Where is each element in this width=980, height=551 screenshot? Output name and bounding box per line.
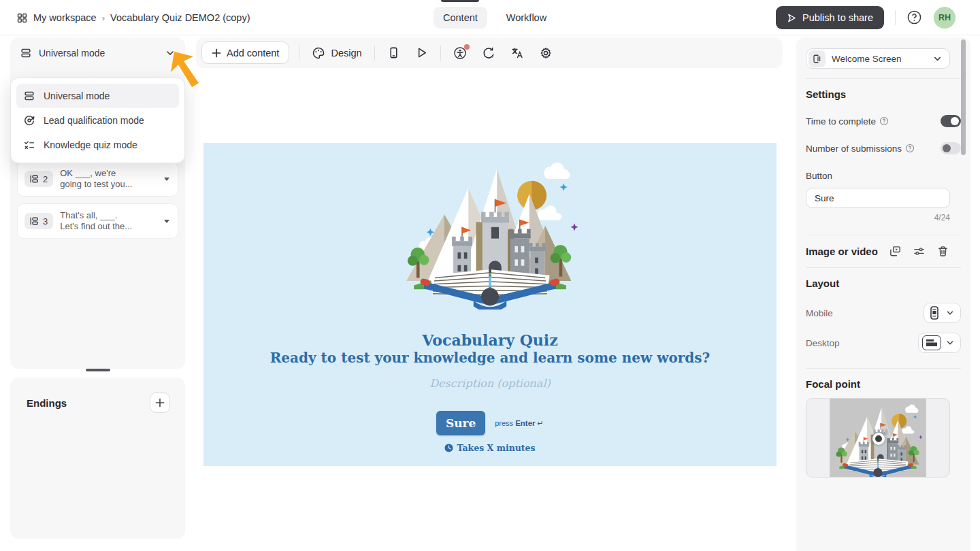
image-or-video-label: Image or video [806, 246, 878, 257]
tab-content[interactable]: Content [434, 7, 487, 29]
quiz-title[interactable]: Vocabulary Quiz [203, 331, 777, 349]
phone-icon [387, 46, 400, 59]
add-ending-button[interactable] [150, 393, 170, 413]
project-title: Vocabulary Quiz DEMO2 (copy) [110, 12, 250, 23]
page-card-2[interactable]: 2 OK ___, we'regoing to test you... [17, 161, 178, 197]
endings-panel: Endings [10, 378, 185, 539]
description-placeholder[interactable]: Description (optional) [203, 377, 777, 390]
inspector-panel: Welcome Screen Settings Time to complete… [796, 37, 970, 551]
sliders-icon [913, 245, 926, 258]
page-title-text: That's all, ___.Let's find out the... [60, 210, 163, 232]
translate-icon [510, 46, 524, 60]
time-to-complete-label: Time to complete [806, 116, 889, 127]
sure-button[interactable]: Sure [436, 411, 485, 435]
chevron-down-icon [945, 308, 955, 318]
mobile-preview-button[interactable] [385, 44, 403, 62]
caret-down-icon[interactable] [163, 217, 171, 225]
topbar-right: Publish to share RH [776, 0, 956, 35]
mode-dropdown-menu: Universal mode Lead qualification mode K… [10, 78, 185, 163]
desktop-layout-icon [922, 335, 941, 350]
workspace-label: My workspace [33, 12, 97, 23]
layout-row-mobile: Mobile [806, 303, 961, 323]
history-icon [482, 46, 495, 60]
castle-book-illustration[interactable] [395, 151, 585, 310]
checklist-icon [23, 139, 35, 151]
page-number: 3 [43, 216, 48, 227]
translate-button[interactable] [508, 44, 527, 63]
help-button[interactable] [906, 10, 923, 26]
chevron-down-icon [945, 338, 955, 348]
chevron-down-icon [165, 48, 176, 59]
inspector-scrollbar[interactable] [961, 39, 966, 155]
number-of-submissions-toggle[interactable] [941, 142, 961, 154]
history-button[interactable] [479, 44, 498, 63]
breadcrumb: My workspace › Vocabulary Quiz DEMO2 (co… [16, 0, 250, 35]
play-icon [415, 46, 428, 59]
welcome-screen-icon [808, 50, 826, 67]
plus-icon [212, 48, 221, 58]
desktop-label: Desktop [806, 338, 840, 348]
menu-item-lead-qualification-mode[interactable]: Lead qualification mode [16, 108, 179, 133]
time-estimate: Takes X minutes [203, 443, 777, 453]
screen-select[interactable]: Welcome Screen [806, 48, 950, 69]
main-tabs: Content Workflow [434, 7, 556, 29]
gauge-icon [23, 114, 35, 127]
quiz-subtitle[interactable]: Ready to test your knowledge and learn s… [203, 350, 777, 366]
toolbar-divider [440, 46, 441, 61]
menu-item-universal-mode[interactable]: Universal mode [16, 84, 179, 108]
divider [806, 267, 961, 268]
page-number: 2 [43, 174, 48, 184]
breadcrumb-chevron-icon: › [102, 13, 105, 23]
mode-select[interactable]: Universal mode [10, 37, 185, 69]
divider [806, 235, 961, 235]
page-chip: 3 [24, 213, 53, 229]
setting-row-time-to-complete: Time to complete [806, 115, 961, 127]
publish-icon [787, 13, 797, 23]
divider [806, 78, 961, 79]
settings-title: Settings [806, 88, 961, 100]
media-icon [889, 245, 902, 258]
editor-toolbar: Add content Design [196, 37, 783, 68]
rows-icon [20, 47, 32, 59]
page-title-text: OK ___, we'regoing to test you... [60, 168, 163, 190]
layout-title: Layout [806, 278, 961, 289]
page-type-icon [29, 216, 39, 227]
info-circle-icon [905, 144, 915, 153]
caret-down-icon[interactable] [163, 175, 171, 183]
page-chip: 2 [24, 171, 53, 187]
mode-select-value: Universal mode [39, 48, 158, 59]
notification-dot [464, 44, 470, 50]
delete-media-button[interactable] [936, 245, 949, 258]
focal-point-handle[interactable] [872, 433, 885, 445]
tab-workflow[interactable]: Workflow [497, 7, 556, 29]
menu-item-knowledge-quiz-mode[interactable]: Knowledge quiz mode [16, 133, 179, 157]
accessibility-button[interactable] [451, 44, 470, 63]
adjust-media-button[interactable] [913, 245, 926, 258]
panel-drag-handle[interactable] [86, 369, 110, 371]
toolbar-divider [374, 46, 375, 61]
add-content-button[interactable]: Add content [201, 41, 289, 64]
mobile-layout-select[interactable] [924, 303, 961, 323]
publish-button[interactable]: Publish to share [776, 6, 884, 29]
endings-title: Endings [27, 397, 67, 409]
focal-point-label: Focal point [806, 378, 961, 390]
char-count: 4/24 [806, 213, 950, 222]
time-to-complete-toggle[interactable] [941, 115, 961, 127]
chevron-down-icon [932, 54, 943, 64]
avatar[interactable]: RH [934, 7, 956, 29]
settings-button[interactable] [536, 44, 555, 63]
app-window: My workspace › Vocabulary Quiz DEMO2 (co… [0, 0, 980, 551]
replace-media-button[interactable] [889, 245, 902, 258]
toolbar-divider [299, 46, 299, 61]
desktop-layout-select[interactable] [918, 333, 961, 353]
workspace-link[interactable]: My workspace [16, 12, 97, 24]
active-tab-indicator [441, 0, 479, 2]
button-text-input[interactable] [806, 188, 950, 208]
image-or-video-row: Image or video [806, 245, 961, 258]
page-card-3[interactable]: 3 That's all, ___.Let's find out the... [17, 203, 178, 239]
press-enter-hint: press Enter ↵ [495, 419, 544, 428]
preview-play-button[interactable] [412, 44, 431, 62]
topbar: My workspace › Vocabulary Quiz DEMO2 (co… [0, 0, 980, 35]
focal-point-preview[interactable] [806, 398, 950, 478]
design-button[interactable]: Design [309, 44, 364, 63]
